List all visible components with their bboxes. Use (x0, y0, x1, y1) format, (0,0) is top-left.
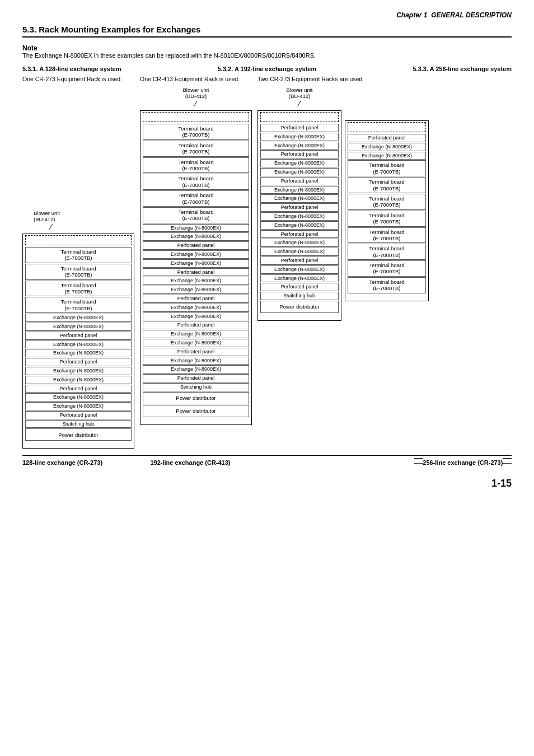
ex-256l-4: Exchange (N-8000EX) (260, 168, 339, 176)
sw-192: Switching hub (143, 383, 249, 391)
diagram-192: Blower unit(BU-412) ∕ Terminal board(E-7… (140, 87, 252, 425)
tb-256r-6: Terminal board(E-7000TB) (348, 244, 426, 260)
ex-192-12: Exchange (N-8000EX) (143, 365, 249, 374)
ex-192-1: Exchange (N-8000EX) (143, 224, 249, 232)
pd-192-1: Power distributor (143, 392, 249, 404)
tb-192-4: Terminal board(E-7000TB) (143, 174, 249, 190)
col-header-256: 5.3.3. A 256-line exchange system (400, 66, 512, 72)
chapter-label: Chapter 1 (396, 11, 427, 19)
rack-box-192: Terminal board(E-7000TB) Terminal board(… (140, 110, 252, 425)
pd-256l: Power distributor (260, 301, 339, 313)
ex-128-6: Exchange (N-8000EX) (25, 376, 132, 384)
bottom-label-192: 192-line exchange (CR-413) (134, 459, 246, 466)
rack-256-right: Perforated panel Exchange (N-8000EX) Exc… (345, 87, 429, 321)
tb-256r-3: Terminal board(E-7000TB) (348, 194, 426, 210)
blower-area-192: Blower unit(BU-412) ∕ (140, 87, 252, 108)
perf-128-3: Perforated panel (25, 385, 132, 393)
ex-256l-6: Exchange (N-8000EX) (260, 194, 339, 203)
tb-256r-7: Terminal board(E-7000TB) (348, 260, 426, 277)
ex-256l-2: Exchange (N-8000EX) (260, 142, 339, 150)
tb-192-3: Terminal board(E-7000TB) (143, 157, 249, 174)
col-desc-192: One CR-413 Equipment Rack is used. (140, 76, 252, 82)
ex-256l-7: Exchange (N-8000EX) (260, 212, 339, 221)
col-header-192: 5.3.2. A 192-line exchange system (211, 66, 323, 72)
note-block: Note The Exchange N-8000EX in these exam… (22, 44, 512, 59)
tb-192-1: Terminal board(E-7000TB) (143, 124, 249, 140)
bottom-bar: 128-line exchange (CR-273) 192-line exch… (22, 455, 512, 466)
pd-128: Power distributor (25, 428, 132, 441)
perf-256l-4: Perforated panel (260, 230, 339, 239)
blower-area-128: Blower unit(BU-412) ∕ (22, 210, 134, 231)
ex-256l-5: Exchange (N-8000EX) (260, 186, 339, 194)
rack-256-left: Blower unit(BU-412) ∕ Perforated panel E… (257, 87, 341, 321)
tb-256r-2: Terminal board(E-7000TB) (348, 177, 426, 193)
perf-256l-2: Perforated panel (260, 177, 339, 185)
perf-192-2: Perforated panel (143, 268, 249, 277)
tb-256r-8: Terminal board(E-7000TB) (348, 277, 426, 293)
tb-cell-128-2: Terminal board(E-7000TB) (25, 264, 132, 280)
perf-256l-3: Perforated panel (260, 203, 339, 212)
tb-192-6: Terminal board(E-7000TB) (143, 207, 249, 223)
perf-128-1: Perforated panel (25, 332, 132, 340)
ex-192-2: Exchange (N-8000EX) (143, 232, 249, 241)
bottom-label-128: 128-line exchange (CR-273) (22, 459, 134, 466)
perf-256l-1: Perforated panel (260, 150, 339, 158)
diagrams-area: Blower unit(BU-412) ∕ Terminal board(E-7… (22, 87, 512, 449)
ex-128-8: Exchange (N-8000EX) (25, 402, 132, 410)
ex-256l-9: Exchange (N-8000EX) (260, 239, 339, 247)
section-title: 5.3. Rack Mounting Examples for Exchange… (22, 25, 512, 38)
page-number: 1-15 (22, 478, 512, 489)
perf-256l-0: Perforated panel (260, 124, 339, 132)
pd-192-2: Power distributor (143, 405, 249, 417)
bottom-label-256: ── 256-line exchange (CR-273) ── (246, 458, 512, 466)
ex-256l-12: Exchange (N-8000EX) (260, 274, 339, 283)
diagram-256: Blower unit(BU-412) ∕ Perforated panel E… (257, 87, 431, 321)
blower-area-256: Blower unit(BU-412) ∕ (257, 87, 341, 108)
ex-128-2: Exchange (N-8000EX) (25, 323, 132, 331)
tb-cell-128-3: Terminal board(E-7000TB) (25, 281, 132, 297)
tb-cell-128-4: Terminal board(E-7000TB) (25, 297, 132, 313)
note-label: Note (22, 44, 512, 52)
ex-128-4: Exchange (N-8000EX) (25, 349, 132, 357)
ex-256r-2: Exchange (N-8000EX) (348, 152, 426, 160)
tb-256r-1: Terminal board(E-7000TB) (348, 160, 426, 176)
perf-128-2: Perforated panel (25, 358, 132, 366)
columns-header: 5.3.1. A 128-line exchange system 5.3.2.… (22, 66, 512, 72)
ex-192-4: Exchange (N-8000EX) (143, 259, 249, 268)
ex-256l-10: Exchange (N-8000EX) (260, 248, 339, 256)
ex-192-3: Exchange (N-8000EX) (143, 250, 249, 259)
ex-128-1: Exchange (N-8000EX) (25, 314, 132, 322)
rack-box-128: Terminal board(E-7000TB) Terminal board(… (22, 234, 134, 449)
ex-192-11: Exchange (N-8000EX) (143, 357, 249, 365)
ex-256l-8: Exchange (N-8000EX) (260, 221, 339, 230)
note-text: The Exchange N-8000EX in these examples … (22, 52, 512, 59)
perf-192-5: Perforated panel (143, 348, 249, 356)
perf-128-4: Perforated panel (25, 411, 132, 419)
col-desc-row: One CR-273 Equipment Rack is used. One C… (22, 76, 512, 82)
rack-box-256-r: Perforated panel Exchange (N-8000EX) Exc… (345, 120, 429, 301)
ex-192-6: Exchange (N-8000EX) (143, 286, 249, 294)
tb-cell-128-1: Terminal board(E-7000TB) (25, 247, 132, 263)
ex-192-7: Exchange (N-8000EX) (143, 304, 249, 312)
sw-256l: Switching hub (260, 292, 339, 300)
perf-192-6: Perforated panel (143, 374, 249, 382)
ex-256l-3: Exchange (N-8000EX) (260, 159, 339, 167)
ex-192-9: Exchange (N-8000EX) (143, 330, 249, 338)
ex-128-7: Exchange (N-8000EX) (25, 393, 132, 402)
tb-192-5: Terminal board(E-7000TB) (143, 190, 249, 207)
ex-128-5: Exchange (N-8000EX) (25, 367, 132, 375)
perf-256l-5: Perforated panel (260, 256, 339, 265)
chapter-header: Chapter 1 GENERAL DESCRIPTION (22, 11, 512, 19)
ex-192-10: Exchange (N-8000EX) (143, 339, 249, 347)
ex-192-5: Exchange (N-8000EX) (143, 277, 249, 285)
ex-192-8: Exchange (N-8000EX) (143, 312, 249, 321)
col-desc-128: One CR-273 Equipment Rack is used. (22, 76, 134, 82)
tb-256r-5: Terminal board(E-7000TB) (348, 227, 426, 244)
ex-256r-1: Exchange (N-8000EX) (348, 143, 426, 151)
tb-256r-4: Terminal board(E-7000TB) (348, 211, 426, 227)
col-header-128: 5.3.1. A 128-line exchange system (22, 66, 134, 72)
ex-256l-1: Exchange (N-8000EX) (260, 133, 339, 141)
perf-192-1: Perforated panel (143, 241, 249, 250)
ex-128-3: Exchange (N-8000EX) (25, 340, 132, 349)
chapter-title: GENERAL DESCRIPTION (431, 11, 512, 19)
